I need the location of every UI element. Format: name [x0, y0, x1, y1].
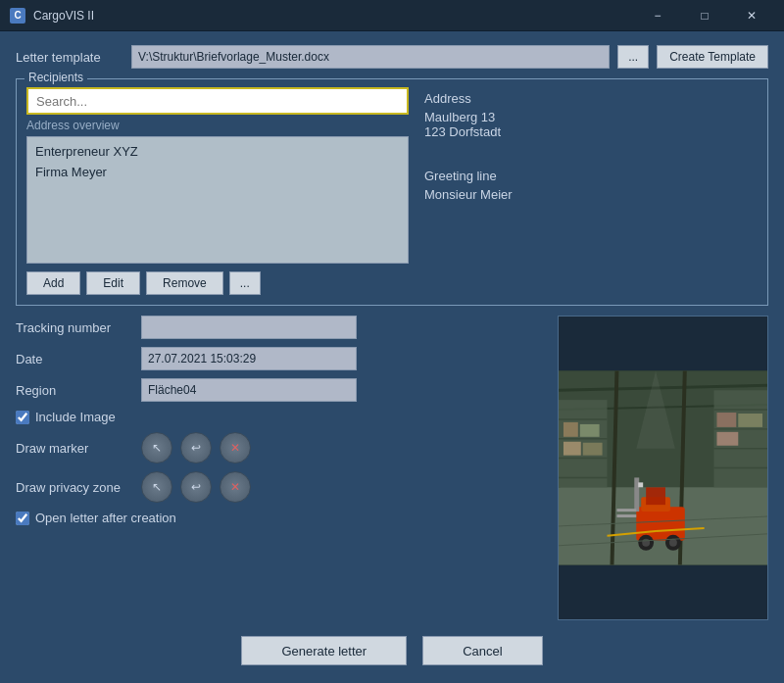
title-bar: C CargoVIS II − □ ✕	[0, 0, 784, 31]
svg-rect-22	[738, 414, 762, 427]
svg-rect-23	[716, 432, 738, 446]
minimize-button[interactable]: −	[635, 0, 680, 31]
tracking-number-input[interactable]	[141, 316, 357, 339]
close-icon: ✕	[230, 480, 240, 494]
include-image-row: Include Image	[16, 410, 542, 424]
footer-buttons: Generate letter Cancel	[16, 630, 768, 669]
date-label: Date	[16, 352, 133, 366]
cancel-button[interactable]: Cancel	[422, 636, 542, 665]
tracking-number-row: Tracking number	[16, 316, 542, 339]
greeting-value: Monsieur Meier	[424, 187, 758, 202]
window-controls: − □ ✕	[635, 0, 774, 31]
main-content: Letter template ... Create Template Reci…	[0, 31, 784, 683]
svg-rect-29	[616, 509, 636, 512]
privacy-clear-button[interactable]: ✕	[220, 471, 251, 503]
bottom-section: Tracking number Date Region Include Imag…	[16, 316, 768, 620]
greeting-label: Greeting line	[424, 169, 758, 183]
open-letter-checkbox[interactable]	[16, 512, 29, 525]
greeting-section: Greeting line Monsieur Meier	[424, 169, 758, 202]
marker-undo-button[interactable]: ↩	[180, 432, 212, 463]
marker-clear-button[interactable]: ✕	[220, 432, 251, 463]
open-letter-label: Open letter after creation	[35, 511, 176, 525]
close-button[interactable]: ✕	[729, 0, 774, 31]
recipients-section: Recipients Address overview Enterpreneur…	[16, 78, 768, 306]
maximize-button[interactable]: □	[682, 0, 727, 31]
svg-rect-26	[646, 487, 665, 505]
svg-point-32	[642, 539, 650, 547]
svg-rect-14	[564, 442, 581, 456]
recipients-legend: Recipients	[24, 71, 87, 84]
date-input[interactable]	[141, 347, 357, 370]
svg-rect-12	[564, 422, 578, 437]
privacy-undo-button[interactable]: ↩	[180, 471, 212, 503]
undo-icon: ↩	[191, 480, 201, 494]
privacy-cursor-button[interactable]: ↖	[141, 471, 172, 503]
svg-point-34	[669, 539, 677, 547]
generate-letter-button[interactable]: Generate letter	[241, 636, 407, 665]
add-button[interactable]: Add	[26, 271, 80, 295]
draw-marker-label: Draw marker	[16, 441, 133, 456]
address-list: Enterpreneur XYZ Firma Meyer	[26, 136, 409, 264]
tracking-number-label: Tracking number	[16, 320, 133, 335]
cursor-icon: ↖	[152, 480, 162, 494]
undo-icon: ↩	[191, 441, 201, 455]
list-item[interactable]: Firma Meyer	[31, 162, 404, 182]
search-input[interactable]	[26, 87, 409, 115]
create-template-button[interactable]: Create Template	[657, 45, 768, 69]
date-row: Date	[16, 347, 542, 370]
include-image-checkbox[interactable]	[16, 411, 29, 424]
svg-rect-30	[616, 514, 636, 517]
close-icon: ✕	[230, 441, 240, 455]
draw-privacy-label: Draw privacy zone	[16, 480, 133, 495]
draw-privacy-row: Draw privacy zone ↖ ↩ ✕	[16, 471, 542, 503]
address-buttons: Add Edit Remove ...	[26, 271, 409, 295]
address-label: Address	[424, 91, 758, 106]
remove-button[interactable]: Remove	[146, 271, 223, 295]
app-title: CargoVIS II	[33, 9, 94, 23]
recipients-left: Address overview Enterpreneur XYZ Firma …	[26, 87, 409, 295]
region-input[interactable]	[141, 378, 357, 402]
edit-button[interactable]: Edit	[86, 271, 140, 295]
warehouse-image	[559, 317, 767, 619]
svg-rect-15	[583, 443, 603, 456]
svg-rect-21	[716, 413, 736, 427]
region-row: Region	[16, 378, 542, 402]
address-overview-label: Address overview	[26, 119, 409, 132]
open-letter-row: Open letter after creation	[16, 511, 542, 525]
marker-cursor-button[interactable]: ↖	[141, 432, 172, 463]
address-line1: Maulberg 13	[424, 110, 758, 124]
list-item[interactable]: Enterpreneur XYZ	[31, 141, 404, 162]
camera-view	[558, 316, 768, 620]
letter-template-row: Letter template ... Create Template	[16, 45, 768, 69]
app-icon: C	[10, 8, 25, 24]
draw-marker-row: Draw marker ↖ ↩ ✕	[16, 432, 542, 463]
letter-template-label: Letter template	[16, 50, 123, 65]
recipients-right: Address Maulberg 13 123 Dorfstadt Greeti…	[424, 87, 758, 295]
address-line2: 123 Dorfstadt	[424, 124, 758, 139]
svg-rect-13	[580, 424, 600, 437]
letter-template-input[interactable]	[131, 45, 610, 69]
more-button[interactable]: ...	[229, 271, 261, 295]
include-image-label: Include Image	[35, 410, 116, 424]
region-label: Region	[16, 383, 133, 398]
cursor-icon: ↖	[152, 441, 162, 455]
bottom-left-form: Tracking number Date Region Include Imag…	[16, 316, 542, 620]
svg-rect-28	[638, 482, 643, 487]
browse-button[interactable]: ...	[617, 45, 649, 69]
